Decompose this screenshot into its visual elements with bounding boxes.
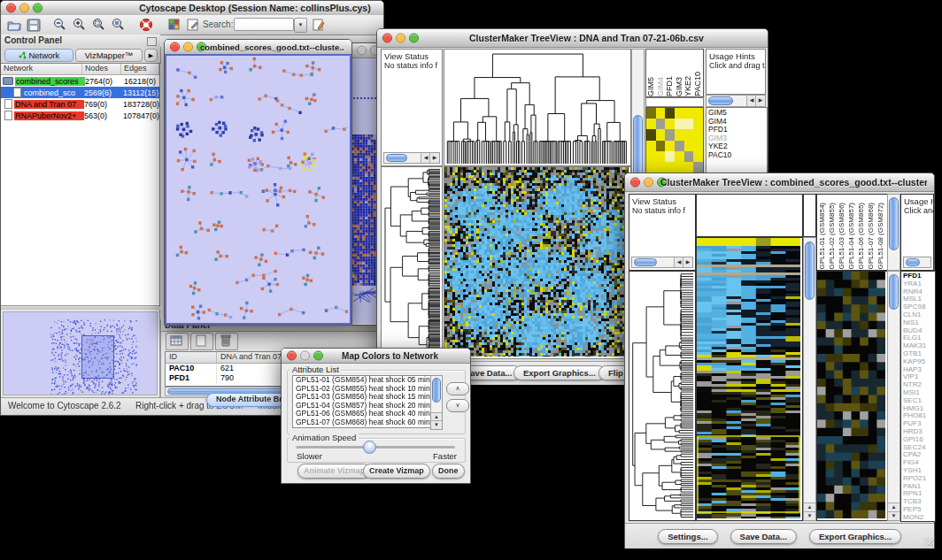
matrix-cell[interactable] xyxy=(646,129,656,140)
tv2-sub-vscrollbar[interactable]: ▲ ▼ xyxy=(887,271,900,521)
column-dendrogram[interactable] xyxy=(444,50,629,164)
matrix-cell[interactable] xyxy=(646,162,656,173)
zoom-out-icon[interactable] xyxy=(52,17,68,33)
settings-button[interactable]: Settings... xyxy=(658,529,717,544)
tv2-zoom-heatmap[interactable] xyxy=(817,272,885,518)
col-nodes[interactable]: Nodes xyxy=(82,64,121,74)
matrix-cell[interactable] xyxy=(675,119,684,129)
zoom-col-label[interactable]: GIM5 xyxy=(646,77,656,96)
minimize-icon[interactable] xyxy=(183,42,193,52)
matrix-cell[interactable] xyxy=(646,119,656,129)
matrix-cell[interactable] xyxy=(656,141,666,151)
matrix-cell[interactable] xyxy=(646,151,656,162)
array-col-label[interactable]: GPL51-02 (GSM855) xyxy=(827,203,837,270)
matrix-cell[interactable] xyxy=(693,151,703,162)
zoom-col-label[interactable]: GIM3 xyxy=(675,77,684,96)
export-graphics-button[interactable]: Export Graphics... xyxy=(513,365,606,380)
matrix-cell[interactable] xyxy=(675,162,684,173)
zoom-col-label[interactable]: YKE2 xyxy=(683,76,693,96)
matrix-cell[interactable] xyxy=(693,119,703,129)
network-row[interactable]: RNAPuberNov2+ 563(0) 107847(0) xyxy=(1,110,159,121)
tab-vizmapper[interactable]: VizMapper™ xyxy=(75,49,143,62)
birdseye-view[interactable] xyxy=(3,311,158,395)
close-icon[interactable] xyxy=(287,351,297,361)
matrix-cell[interactable] xyxy=(656,162,666,173)
main-title-bar[interactable]: Cytoscape Desktop (Session Name: collins… xyxy=(1,1,383,16)
matrix-cell[interactable] xyxy=(684,162,694,173)
zoom-fit-icon[interactable] xyxy=(111,17,127,33)
zoom-in-icon[interactable] xyxy=(72,17,88,33)
tv2-main-heatmap[interactable] xyxy=(697,238,800,518)
matrix-cell[interactable] xyxy=(656,119,666,129)
speed-slider-thumb[interactable] xyxy=(363,441,376,454)
scrollbar-thumb[interactable] xyxy=(889,274,899,310)
close-icon[interactable] xyxy=(170,42,180,52)
matrix-cell[interactable] xyxy=(675,108,684,119)
tab-network[interactable]: Network xyxy=(4,49,73,62)
array-col-label[interactable]: GPL51-07 (GSM868) xyxy=(866,203,876,270)
create-vizmap-button[interactable]: Create Vizmap xyxy=(363,464,430,479)
array-col-label[interactable]: GPL51-01 (GSM854) xyxy=(817,203,827,270)
matrix-cell[interactable] xyxy=(675,141,684,151)
matrix-cell[interactable] xyxy=(693,108,703,119)
matrix-cell[interactable] xyxy=(646,141,656,151)
row-dendrogram[interactable] xyxy=(629,272,693,518)
resize-grip[interactable] xyxy=(924,538,933,547)
done-button[interactable]: Done xyxy=(432,464,465,479)
matrix-cell[interactable] xyxy=(675,129,684,140)
gene-label[interactable]: MON2 xyxy=(903,514,935,522)
close-icon[interactable] xyxy=(382,34,392,43)
zoom-selected-icon[interactable] xyxy=(91,17,107,33)
scroll-up-icon[interactable]: ▲ xyxy=(888,502,900,511)
col-edges[interactable]: Edges xyxy=(121,64,159,74)
attribute-item[interactable]: GPL51-04 (GSM857) heat shock 20 min xyxy=(296,402,434,410)
network-row[interactable]: DNA and Tran 07 769(0) 183728(0) xyxy=(1,98,159,110)
matrix-cell[interactable] xyxy=(684,151,694,162)
scroll-right-icon[interactable]: ▶ xyxy=(755,96,765,106)
tv2-main-vscrollbar[interactable]: ▲ ▼ xyxy=(803,237,816,521)
matrix-cell[interactable] xyxy=(684,129,694,140)
matrix-cell[interactable] xyxy=(665,119,675,129)
matrix-cell[interactable] xyxy=(684,119,694,129)
annotation-icon[interactable] xyxy=(185,17,201,33)
scrollbar-thumb[interactable] xyxy=(889,197,899,250)
minimize-icon[interactable] xyxy=(396,34,405,43)
attribute-item[interactable]: GPL51-06 (GSM865) heat shock 40 min xyxy=(296,410,434,418)
scroll-up-icon[interactable]: ▲ xyxy=(804,502,815,511)
tv2-title-bar[interactable]: ClusterMaker TreeView : combined_scores_… xyxy=(625,173,934,192)
tv2-hints-hscrollbar[interactable] xyxy=(903,257,931,268)
gene-label[interactable]: PAC10 xyxy=(708,151,767,160)
matrix-cell[interactable] xyxy=(656,129,666,140)
scrollbar-thumb[interactable] xyxy=(708,96,733,105)
matrix-cell[interactable] xyxy=(693,162,703,173)
zoom-col-label[interactable]: GIM4 xyxy=(656,77,666,96)
array-col-label[interactable]: GPL51-03 (GSM856) xyxy=(837,203,846,270)
attribute-item[interactable]: GPL51-03 (GSM856) heat shock 15 min xyxy=(296,393,434,402)
scroll-down-icon[interactable]: ▼ xyxy=(888,511,900,520)
matrix-cell[interactable] xyxy=(684,141,694,151)
scrollbar-thumb[interactable] xyxy=(432,378,441,403)
close-icon[interactable] xyxy=(6,4,16,13)
col-id[interactable]: ID xyxy=(166,352,217,363)
attribute-item[interactable]: GPL51-02 (GSM855) heat shock 10 min xyxy=(296,385,434,394)
matrix-cell[interactable] xyxy=(646,108,656,119)
network-list-header[interactable]: Network Nodes Edges xyxy=(1,64,159,75)
minimize-icon[interactable] xyxy=(644,178,653,188)
scroll-right-icon[interactable]: ▶ xyxy=(683,257,692,267)
scroll-down-icon[interactable]: ▼ xyxy=(431,420,442,429)
scroll-right-icon[interactable]: ▶ xyxy=(429,153,439,163)
search-input[interactable] xyxy=(234,18,294,31)
scroll-down-icon[interactable]: ▼ xyxy=(804,511,815,520)
tv1-hints-hscrollbar[interactable]: ◀ ▶ xyxy=(706,95,766,107)
animate-vizmap-button[interactable]: Animate Vizmap xyxy=(297,464,371,479)
zoom-window-icon[interactable] xyxy=(33,4,42,13)
matrix-cell[interactable] xyxy=(656,108,666,119)
tv1-main-heatmap[interactable] xyxy=(444,167,629,357)
matrix-cell[interactable] xyxy=(693,129,703,140)
attribute-list-vscrollbar[interactable]: ▲ ▼ xyxy=(430,375,443,430)
matrix-cell[interactable] xyxy=(693,141,703,151)
network-row[interactable]: combined_scores 2764(0) 16218(0) xyxy=(1,75,159,87)
dialog-title-bar[interactable]: Map Colors to Network xyxy=(282,349,470,364)
scrollbar-thumb[interactable] xyxy=(386,154,407,162)
matrix-cell[interactable] xyxy=(665,129,675,140)
